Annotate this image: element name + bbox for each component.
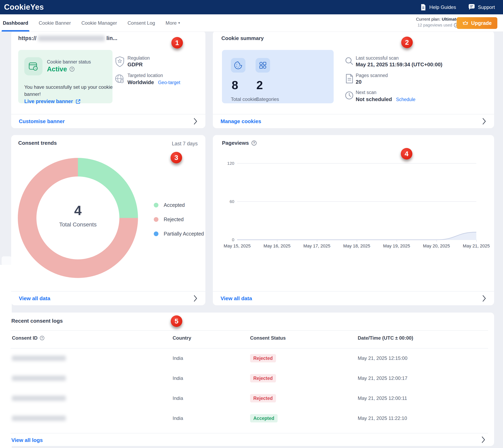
upgrade-button[interactable]: Upgrade (457, 17, 497, 29)
card1-footer: Customise banner (11, 114, 205, 128)
total-cookies-value: 8 (232, 78, 238, 92)
clock-icon (344, 91, 354, 100)
help-guides-button[interactable]: Help Guides (420, 4, 456, 11)
divider (11, 330, 488, 331)
total-cookies-label: Total cookies (231, 96, 259, 102)
consent-id-redacted (12, 356, 66, 361)
pageviews-card: Pageviews ? 060120May 15, 2025May 16, 20… (213, 135, 494, 305)
consent-id-redacted (12, 376, 66, 381)
logs-rows: IndiaRejectedMay 21, 2025 12:15:00IndiaR… (6, 348, 494, 428)
chevron-right-icon[interactable] (481, 436, 486, 444)
consent-status-badge: Accepted (250, 414, 278, 422)
divider (11, 433, 488, 433)
targeted-location-label: Targeted location (127, 73, 163, 78)
view-all-data-link[interactable]: View all data (220, 295, 252, 302)
site-url: https:// lin... (18, 35, 117, 41)
tab-consent-log[interactable]: Consent Log (127, 14, 155, 32)
legend-item: Partially Accepted (154, 231, 204, 237)
consent-legend: AcceptedRejectedPartially Accepted (154, 202, 204, 237)
plan-info: Current plan: Ultimate 12 pageviews used (416, 17, 458, 28)
left-edge-widget-fragment (2, 256, 12, 266)
consent-id-redacted (12, 416, 66, 421)
view-all-data-link[interactable]: View all data (19, 295, 50, 302)
tab-cookie-manager[interactable]: Cookie Manager (81, 14, 117, 32)
recent-consent-logs-card: Recent consent logs Consent ID ? Country… (6, 313, 494, 446)
question-icon[interactable]: ? (69, 66, 75, 72)
step-badge-3: 3 (170, 152, 182, 163)
pages-scanned-label: Pages scanned (356, 73, 388, 78)
column-header-consent-status: Consent Status (250, 335, 286, 341)
country-cell: India (173, 416, 183, 421)
crown-icon (462, 20, 469, 26)
manage-cookies-link[interactable]: Manage cookies (220, 118, 261, 125)
pageviews-used-text: 12 pageviews used (418, 23, 452, 28)
chevron-right-icon[interactable] (193, 117, 198, 125)
svg-text:?: ? (71, 67, 73, 71)
pageviews-chart: 060120May 15, 2025May 16, 2025May 17, 20… (213, 135, 494, 256)
chevron-down-icon: ▾ (178, 21, 180, 25)
banner-status-panel: Cookie banner status Active ? You have s… (18, 50, 113, 103)
last-scan-label: Last successful scan (356, 55, 399, 61)
main-navigation: DashboardCookie BannerCookie ManagerCons… (0, 14, 503, 32)
datetime-cell: May 21, 2025 12:00:17 (358, 375, 407, 381)
customise-banner-link[interactable]: Customise banner (19, 118, 65, 125)
card3-footer: View all data (11, 291, 205, 305)
table-row: IndiaAcceptedMay 21, 2025 11:22:10 (6, 408, 494, 428)
next-scan-label: Next scan (356, 90, 376, 95)
recent-consent-logs-title: Recent consent logs (11, 318, 63, 324)
plan-name: Ultimate (442, 17, 458, 21)
cookieyes-dashboard: CookieYes Help Guides Support DashboardC… (0, 0, 503, 448)
card2-footer: Manage cookies (213, 114, 494, 128)
support-button[interactable]: Support (468, 4, 495, 11)
redacted-url (38, 36, 105, 41)
banner-status-value: Active ? (47, 65, 75, 73)
categories-icon (255, 58, 270, 73)
datetime-cell: May 21, 2025 12:15:00 (358, 355, 407, 361)
external-link-icon (75, 99, 81, 104)
cookie-summary-title: Cookie summary (221, 35, 264, 41)
datetime-cell: May 21, 2025 11:22:10 (358, 416, 407, 421)
live-preview-banner-link[interactable]: Live preview banner (24, 98, 81, 104)
question-icon[interactable]: ? (40, 336, 45, 340)
banner-success-message: You have successfully set up your cookie… (24, 83, 113, 98)
card4-footer: View all data (213, 291, 494, 305)
step-badge-4: 4 (401, 148, 412, 160)
datetime-cell: May 21, 2025 12:00:11 (358, 395, 407, 401)
cookie-summary-card: Cookie summary 8 2 Total cookies Categor… (213, 31, 494, 128)
cookie-counts-panel: 8 2 Total cookies Categories (222, 50, 334, 103)
targeted-location-value: WorldwideGeo-target (127, 79, 180, 85)
consent-trends-range: Last 7 days (172, 141, 198, 146)
last-scan-value: May 21, 2025 11:59:34 (UTC+00:00) (356, 62, 442, 68)
total-consents-label: Total Consents (59, 221, 97, 228)
geo-target-link[interactable]: Geo-target (158, 80, 180, 85)
consent-donut: 4 Total Consents (18, 158, 138, 278)
legend-item: Accepted (154, 202, 204, 208)
step-badge-5: 5 (171, 315, 182, 327)
chevron-right-icon[interactable] (482, 295, 486, 302)
categories-label: Categories (255, 96, 279, 102)
view-all-logs-link[interactable]: View all logs (11, 437, 43, 443)
cookie-icon (231, 58, 245, 73)
cookieyes-logo: CookieYes (4, 3, 44, 12)
consent-status-badge: Rejected (250, 354, 276, 362)
cookie-banner-icon (24, 57, 42, 75)
page-icon (345, 74, 354, 84)
country-cell: India (173, 375, 183, 381)
donut-center: 4 Total Consents (36, 176, 119, 259)
schedule-link[interactable]: Schedule (396, 97, 415, 102)
chevron-right-icon[interactable] (482, 117, 486, 125)
pageviews-line (213, 135, 494, 256)
top-app-bar: CookieYes Help Guides Support (0, 0, 503, 14)
tab-dashboard[interactable]: Dashboard (3, 14, 28, 32)
chevron-right-icon[interactable] (193, 295, 198, 302)
tab-cookie-banner[interactable]: Cookie Banner (39, 14, 71, 32)
svg-text:?: ? (41, 336, 43, 340)
tab-more[interactable]: More▾ (166, 14, 180, 32)
country-cell: India (173, 395, 183, 401)
banner-status-label: Cookie banner status (47, 59, 91, 65)
document-icon (420, 4, 427, 11)
globe-pin-icon (114, 74, 125, 84)
step-badge-2: 2 (401, 37, 413, 48)
consent-status-badge: Rejected (250, 394, 276, 402)
legend-dot (154, 231, 158, 236)
